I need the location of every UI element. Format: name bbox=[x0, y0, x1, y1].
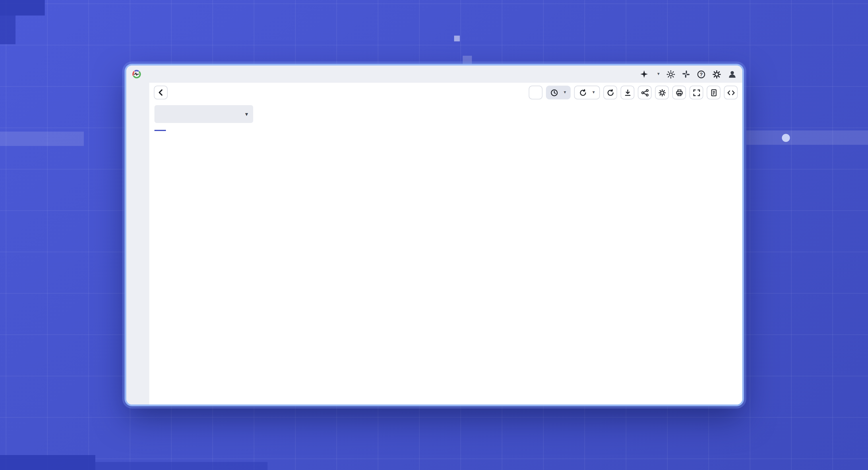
dashboard-area bbox=[149, 131, 742, 405]
export-download-button[interactable] bbox=[621, 86, 634, 99]
json-view-button[interactable] bbox=[707, 86, 720, 99]
time-range-selector[interactable]: ▾ bbox=[546, 86, 570, 99]
add-panel-button[interactable] bbox=[529, 86, 542, 99]
theme-toggle-icon[interactable] bbox=[666, 70, 675, 79]
dashboard-tabs bbox=[149, 126, 742, 131]
bg-rect-top-left bbox=[0, 0, 45, 16]
dashboard-toolbar: ▾ ▾ bbox=[149, 83, 742, 101]
chevron-down-icon: ▾ bbox=[592, 90, 595, 95]
slack-icon[interactable] bbox=[682, 70, 690, 78]
dashboard-settings-button[interactable] bbox=[655, 86, 669, 99]
refresh-button[interactable] bbox=[603, 86, 617, 99]
workspace-selector[interactable]: ▾ bbox=[655, 72, 660, 77]
openobserve-logo-icon bbox=[132, 69, 141, 79]
sidebar-nav bbox=[126, 83, 149, 405]
bg-square-2 bbox=[463, 56, 472, 65]
bg-rect-bottom-left-2 bbox=[95, 462, 268, 470]
app-window: ▾ ? bbox=[126, 65, 742, 405]
clock-icon bbox=[551, 89, 558, 96]
app-top-bar: ▾ ? bbox=[126, 65, 742, 83]
print-button[interactable] bbox=[672, 86, 686, 99]
bg-band-left bbox=[0, 131, 84, 146]
settings-gear-icon[interactable] bbox=[712, 70, 721, 79]
refresh-interval-icon bbox=[579, 89, 587, 96]
fullscreen-button[interactable] bbox=[689, 86, 703, 99]
user-avatar-icon[interactable] bbox=[728, 70, 737, 79]
share-button[interactable] bbox=[638, 86, 652, 99]
bg-rect-top-left-2 bbox=[0, 16, 16, 44]
auto-refresh-selector[interactable]: ▾ bbox=[574, 86, 600, 99]
bg-square-1 bbox=[454, 36, 460, 41]
chevron-down-icon: ▾ bbox=[657, 72, 660, 77]
page-background: ▾ ? bbox=[0, 0, 868, 470]
cluster-select[interactable]: ▾ bbox=[154, 105, 253, 123]
svg-text:?: ? bbox=[700, 71, 703, 77]
filter-row: ▾ bbox=[149, 101, 742, 123]
bg-rect-bottom-left bbox=[0, 455, 95, 470]
chevron-down-icon: ▾ bbox=[245, 112, 248, 117]
back-button[interactable] bbox=[154, 86, 167, 99]
chevron-down-icon: ▾ bbox=[564, 90, 566, 95]
ai-sparkle-icon[interactable] bbox=[640, 70, 648, 78]
tab-default[interactable] bbox=[154, 126, 166, 131]
bg-band-right bbox=[746, 130, 868, 145]
brand[interactable] bbox=[132, 69, 144, 79]
bg-dot bbox=[782, 134, 790, 142]
help-icon[interactable]: ? bbox=[697, 70, 706, 79]
code-view-button[interactable] bbox=[724, 86, 738, 99]
